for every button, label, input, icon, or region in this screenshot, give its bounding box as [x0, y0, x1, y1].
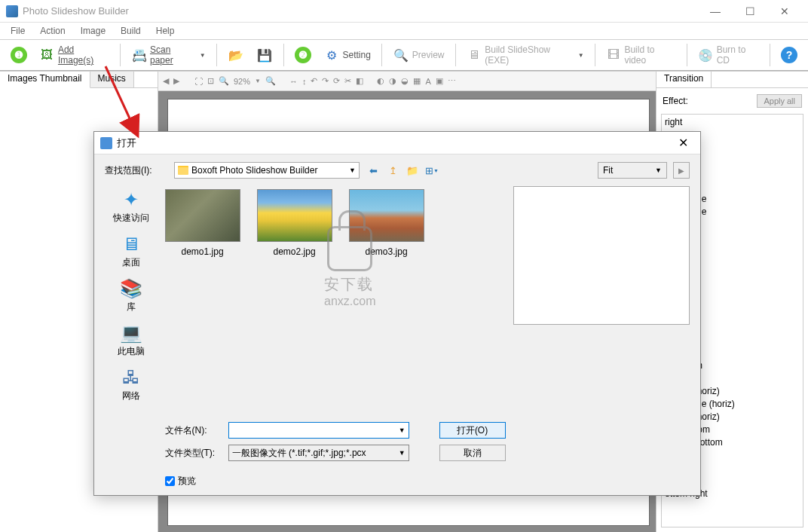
- layer-icon[interactable]: ▣: [436, 76, 443, 86]
- step2-button[interactable]: ➋: [290, 44, 316, 66]
- preview-button[interactable]: 🔍 Preview: [388, 44, 449, 66]
- new-button[interactable]: ➊: [6, 44, 32, 66]
- help-icon: ?: [781, 47, 797, 63]
- menu-file[interactable]: File: [3, 24, 32, 38]
- cd-icon: 💿: [698, 47, 714, 63]
- chevron-down-icon: ▼: [655, 167, 662, 174]
- file-item[interactable]: demo2.jpg: [257, 189, 332, 414]
- file-grid[interactable]: demo1.jpgdemo2.jpgdemo3.jpg: [165, 186, 506, 417]
- zoom-out-icon[interactable]: 🔍: [219, 76, 229, 86]
- select-icon[interactable]: ◧: [356, 76, 363, 86]
- preview-checkbox[interactable]: [165, 476, 175, 486]
- apply-all-button[interactable]: Apply all: [757, 94, 802, 108]
- chevron-down-icon[interactable]: ▼: [255, 78, 261, 84]
- flip-h-icon[interactable]: ↔: [289, 77, 298, 86]
- contrast-icon[interactable]: ◐: [377, 76, 384, 86]
- back-icon[interactable]: ⬅: [366, 163, 381, 178]
- actual-icon[interactable]: ⊡: [207, 76, 214, 86]
- scan-paper-label: Scan paper: [150, 44, 194, 66]
- separator: [595, 44, 595, 66]
- file-name: demo3.jpg: [366, 246, 408, 257]
- new-folder-icon[interactable]: 📁: [405, 163, 420, 178]
- crop-icon[interactable]: ✂: [344, 76, 351, 86]
- dialog-icon: [100, 137, 112, 149]
- window-title: Photo Slideshow Builder: [23, 5, 698, 17]
- add-images-icon: 🖼: [39, 47, 55, 63]
- more-icon[interactable]: ⋯: [448, 76, 456, 86]
- minimize-button[interactable]: —: [698, 0, 733, 23]
- open-button[interactable]: 📂: [223, 44, 249, 66]
- view-mode-icon[interactable]: ⊞▼: [424, 163, 439, 178]
- titlebar: Photo Slideshow Builder — ☐ ✕: [0, 0, 808, 23]
- app-icon: [6, 5, 18, 17]
- save-icon: 💾: [256, 47, 273, 63]
- place-desktop[interactable]: 🖥 桌面: [118, 234, 144, 269]
- zoom-in-icon[interactable]: 🔍: [265, 76, 276, 86]
- separator: [120, 44, 121, 66]
- place-libraries[interactable]: 📚 库: [118, 278, 144, 313]
- maximize-button[interactable]: ☐: [733, 0, 767, 23]
- menubar: File Action Image Build Help: [0, 23, 808, 39]
- place-this-pc[interactable]: 💻 此电脑: [118, 323, 145, 358]
- step2-icon: ➋: [295, 47, 311, 63]
- scan-paper-button[interactable]: 📇 Scan paper ▼: [127, 41, 210, 69]
- thumbnail-image: [165, 189, 240, 242]
- text-icon[interactable]: A: [425, 77, 430, 86]
- look-in-value: Boxoft Photo Slideshow Builder: [191, 165, 317, 176]
- chevron-down-icon: ▼: [349, 167, 356, 174]
- zoom-value: 92%: [234, 77, 250, 86]
- filename-input[interactable]: ▼: [228, 422, 409, 439]
- build-video-button[interactable]: 🎞 Build to video: [601, 41, 681, 69]
- tab-transition[interactable]: Transition: [656, 72, 712, 88]
- refresh-icon[interactable]: ⟳: [333, 76, 340, 86]
- save-button[interactable]: 💾: [252, 44, 277, 66]
- rotate-right-icon[interactable]: ↷: [322, 76, 329, 86]
- help-button[interactable]: ?: [776, 44, 802, 66]
- filetype-select[interactable]: 一般图像文件 (*.tif;*.gif;*.jpg;*.pcx ▼: [228, 445, 409, 461]
- open-button[interactable]: 打开(O): [439, 422, 506, 439]
- file-item[interactable]: demo1.jpg: [165, 189, 240, 414]
- rotate-left-icon[interactable]: ↶: [311, 76, 317, 86]
- file-item[interactable]: demo3.jpg: [349, 189, 424, 414]
- add-images-button[interactable]: 🖼 Add Image(s): [35, 41, 114, 69]
- filter-icon[interactable]: ▦: [413, 76, 421, 86]
- place-quick-access[interactable]: ✦ 快速访问: [113, 189, 149, 225]
- menu-build[interactable]: Build: [113, 24, 148, 38]
- preview-pane: [513, 186, 690, 325]
- place-network[interactable]: 🖧 网络: [118, 367, 144, 402]
- fit-label: Fit: [603, 165, 613, 176]
- dialog-title: 打开: [117, 136, 672, 150]
- dialog-close-button[interactable]: ✕: [672, 132, 694, 154]
- saturation-icon[interactable]: ◒: [401, 76, 409, 86]
- desktop-icon: 🖥: [118, 234, 144, 255]
- next-icon[interactable]: ▶: [173, 76, 179, 86]
- list-item[interactable]: right: [663, 116, 801, 129]
- separator: [216, 44, 217, 66]
- play-preview-button[interactable]: ▶: [673, 162, 690, 179]
- look-in-label: 查找范围(I):: [105, 164, 168, 177]
- preview-checkbox-label: 预览: [178, 475, 196, 488]
- close-button[interactable]: ✕: [767, 0, 802, 23]
- fit-icon[interactable]: ⛶: [194, 77, 203, 86]
- preview-label: Preview: [412, 50, 445, 60]
- tab-musics[interactable]: Musics: [90, 72, 134, 87]
- prev-icon[interactable]: ◀: [163, 76, 169, 86]
- flip-v-icon[interactable]: ↕: [302, 77, 307, 86]
- up-icon[interactable]: ↥: [385, 163, 400, 178]
- fit-select[interactable]: Fit ▼: [598, 162, 667, 179]
- tab-images-thumbnail[interactable]: Images Thumbnail: [0, 72, 90, 88]
- menu-help[interactable]: Help: [148, 24, 182, 38]
- chevron-down-icon: ▼: [399, 427, 406, 434]
- brightness-icon[interactable]: ◑: [389, 76, 396, 86]
- look-in-select[interactable]: Boxoft Photo Slideshow Builder ▼: [174, 162, 360, 179]
- new-icon: ➊: [11, 47, 27, 63]
- build-video-label: Build to video: [624, 44, 675, 66]
- menu-action[interactable]: Action: [32, 24, 72, 38]
- separator: [687, 44, 687, 66]
- add-images-label: Add Image(s): [58, 44, 109, 66]
- setting-button[interactable]: ⚙ Setting: [319, 44, 375, 66]
- menu-image[interactable]: Image: [73, 24, 113, 38]
- burn-cd-button[interactable]: 💿 Burn to CD: [693, 41, 764, 69]
- build-exe-button[interactable]: 🖥 Build SlideShow (EXE) ▼: [461, 41, 588, 69]
- cancel-button[interactable]: 取消: [439, 445, 506, 461]
